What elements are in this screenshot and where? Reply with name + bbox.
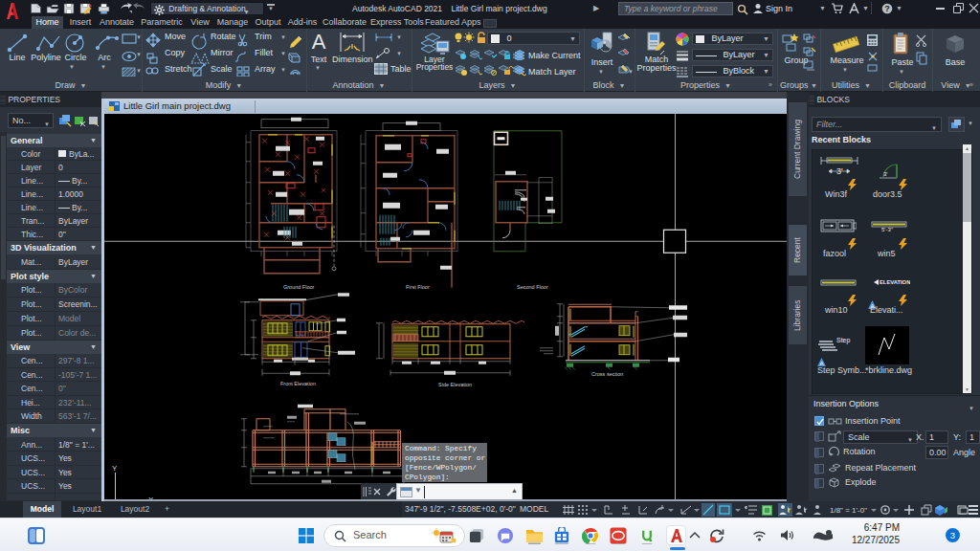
svg-text:3': 3' bbox=[883, 171, 887, 177]
svg-text:Front Elevation: Front Elevation bbox=[280, 380, 316, 386]
svg-text:Side Elevation: Side Elevation bbox=[438, 381, 472, 386]
svg-text:3': 3' bbox=[836, 166, 843, 176]
svg-text:Cross section: Cross section bbox=[591, 370, 623, 376]
svg-text:ELEVATION: ELEVATION bbox=[880, 279, 910, 285]
svg-text:?: ? bbox=[884, 4, 890, 13]
svg-text:5'-3'': 5'-3'' bbox=[881, 227, 893, 232]
svg-text:1/8" = 1'-0": 1/8" = 1'-0" bbox=[830, 506, 867, 515]
svg-text:Ground Floor: Ground Floor bbox=[283, 283, 315, 289]
svg-text:Step: Step bbox=[836, 337, 851, 344]
svg-text:Y: Y bbox=[112, 463, 118, 472]
svg-text:Second Floor: Second Floor bbox=[517, 283, 548, 289]
svg-text:First Floor: First Floor bbox=[406, 283, 430, 289]
